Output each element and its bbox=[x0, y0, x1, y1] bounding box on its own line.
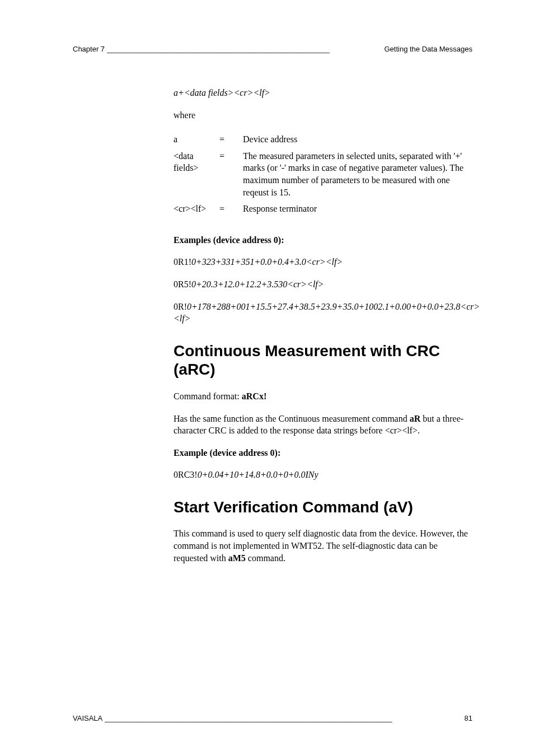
footer-page-number: 81 bbox=[465, 714, 472, 722]
example-prefix: 0R! bbox=[174, 302, 187, 311]
footer-divider: ________________________________________… bbox=[105, 714, 462, 722]
def-row-data-fields: <data fields> = The measured parameters … bbox=[174, 148, 472, 200]
command-format-label: Command format: bbox=[174, 391, 242, 401]
section-heading-verification: Start Verification Command (aV) bbox=[174, 498, 472, 517]
examples-heading: Examples (device address 0): bbox=[174, 234, 472, 246]
example-line-1: 0R1!0+323+331+351+0.0+0.4+3.0<cr><lf> bbox=[174, 256, 472, 268]
crc-description: Has the same function as the Continuous … bbox=[174, 413, 472, 437]
desc-text: Has the same function as the Continuous … bbox=[174, 414, 410, 423]
def-row-crlf: <cr><lf> = Response terminator bbox=[174, 200, 472, 217]
def-eq: = bbox=[219, 200, 243, 217]
desc-text: command. bbox=[246, 553, 285, 563]
example-line-2: 0R5!0+20.3+12.0+12.2+3.530<cr><lf> bbox=[174, 278, 472, 291]
definition-table: a = Device address <data fields> = The m… bbox=[174, 131, 472, 217]
page-header: Chapter 7 ______________________________… bbox=[73, 45, 472, 53]
example-prefix: 0R1! bbox=[174, 257, 191, 267]
verification-description: This command is used to query self diagn… bbox=[174, 528, 472, 564]
command-format-value: aRCx! bbox=[242, 391, 266, 401]
header-chapter: Chapter 7 bbox=[73, 45, 105, 53]
example-body: 0+323+331+351+0.0+0.4+3.0<cr><lf> bbox=[191, 257, 343, 267]
example-body: 0+20.3+12.0+12.2+3.530<cr><lf> bbox=[191, 279, 324, 289]
def-desc: Response terminator bbox=[243, 200, 472, 217]
def-eq: = bbox=[219, 148, 243, 200]
command-format-line: Command format: aRCx! bbox=[174, 390, 472, 403]
example-body: 0+0.04+10+14.8+0.0+0+0.0INy bbox=[198, 470, 318, 479]
footer-brand: VAISALA bbox=[73, 714, 102, 722]
page-container: Chapter 7 ______________________________… bbox=[0, 0, 534, 756]
page-footer: VAISALA ________________________________… bbox=[73, 714, 472, 722]
def-term: <data fields> bbox=[174, 148, 219, 200]
def-desc: The measured parameters in selected unit… bbox=[243, 148, 472, 200]
example-prefix: 0RC3! bbox=[174, 470, 198, 479]
def-desc: Device address bbox=[243, 131, 472, 148]
crc-example-line: 0RC3!0+0.04+10+14.8+0.0+0+0.0INy bbox=[174, 469, 472, 481]
header-divider: ________________________________________… bbox=[107, 45, 382, 53]
def-term: a bbox=[174, 131, 219, 148]
header-section-title: Getting the Data Messages bbox=[384, 45, 472, 53]
def-eq: = bbox=[219, 131, 243, 148]
desc-text: This command is used to query self diagn… bbox=[174, 529, 468, 562]
crc-example-heading: Example (device address 0): bbox=[174, 447, 472, 459]
example-body: 0+178+288+001+15.5+27.4+38.5+23.9+35.0+1… bbox=[174, 302, 480, 324]
desc-bold: aR bbox=[410, 414, 421, 423]
def-term: <cr><lf> bbox=[174, 200, 219, 217]
response-format-line: a+<data fields><cr><lf> bbox=[174, 87, 472, 99]
desc-bold: aM5 bbox=[228, 553, 246, 563]
def-row-a: a = Device address bbox=[174, 131, 472, 148]
main-content: a+<data fields><cr><lf> where a = Device… bbox=[174, 87, 472, 564]
example-prefix: 0R5! bbox=[174, 279, 191, 289]
example-line-3: 0R!0+178+288+001+15.5+27.4+38.5+23.9+35.… bbox=[174, 301, 472, 325]
where-label: where bbox=[174, 109, 472, 122]
section-heading-crc: Continuous Measurement with CRC (aRC) bbox=[174, 342, 472, 379]
